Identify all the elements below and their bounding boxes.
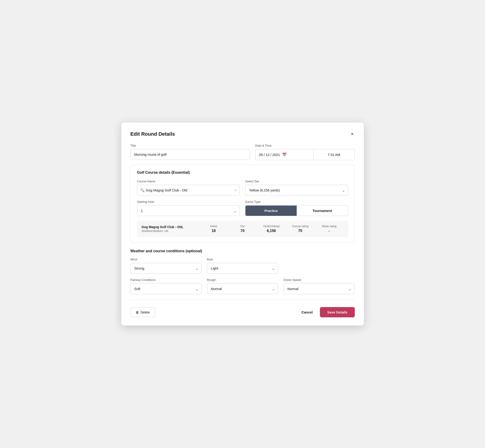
holes-value: 18: [211, 229, 216, 233]
cancel-button[interactable]: Cancel: [300, 308, 315, 317]
fairway-rough-green-row: Fairway Conditions SoftNormalFirmHard ⌄ …: [130, 278, 355, 294]
time-part[interactable]: 7:31 AM: [314, 149, 355, 160]
select-tee-wrap: Yellow (6,156 yards) White (6,500 yards)…: [245, 185, 348, 196]
green-speed-dropdown[interactable]: SlowNormalFastVery Fast: [283, 283, 355, 294]
tournament-button[interactable]: Tournament: [297, 206, 348, 216]
rough-group: Rough SoftNormalFirmHard ⌄: [207, 278, 278, 294]
rain-dropdown[interactable]: NoneLightModerateHeavy: [207, 263, 278, 274]
par-stat: Par 70: [228, 225, 257, 233]
starting-hole-dropdown[interactable]: 12345 678910: [137, 205, 240, 216]
starting-hole-wrap: 12345 678910 ⌄: [137, 205, 240, 216]
fairway-dropdown[interactable]: SoftNormalFirmHard: [130, 283, 202, 294]
select-tee-label: Select Tee: [245, 180, 348, 183]
course-name-label: Course Name: [137, 180, 240, 183]
course-rating-stat: Course rating 70: [286, 225, 315, 233]
par-label: Par: [241, 225, 245, 228]
edit-round-modal: Edit Round Details × Title Date & Time 0…: [121, 122, 364, 326]
course-rating-label: Course rating: [292, 225, 308, 228]
slope-rating-label: Slope rating: [322, 225, 336, 228]
wind-rain-row: Wind NoneLightModerateStrong ⌄ Rain None…: [130, 258, 355, 274]
course-info-name: Gog Magog Golf Club - Old, Shelford Bott…: [142, 225, 199, 233]
golf-section-title: Golf Course details (Essential): [137, 170, 348, 175]
rough-wrap: SoftNormalFirmHard ⌄: [207, 283, 278, 294]
wind-group: Wind NoneLightModerateStrong ⌄: [130, 258, 202, 274]
select-tee-group: Select Tee Yellow (6,156 yards) White (6…: [245, 180, 348, 196]
footer-divider: [130, 300, 355, 300]
green-speed-wrap: SlowNormalFastVery Fast ⌄: [283, 283, 355, 294]
time-value: 7:31 AM: [328, 153, 340, 157]
rough-label: Rough: [207, 278, 278, 282]
delete-button[interactable]: 🗑 Delete: [130, 308, 155, 317]
select-tee-dropdown[interactable]: Yellow (6,156 yards) White (6,500 yards)…: [245, 185, 348, 196]
game-type-label: Game Type: [245, 200, 348, 203]
course-rating-value: 70: [298, 229, 302, 233]
close-button[interactable]: ×: [350, 131, 355, 137]
trash-icon: 🗑: [136, 311, 139, 314]
wind-wrap: NoneLightModerateStrong ⌄: [130, 263, 202, 274]
rough-dropdown[interactable]: SoftNormalFirmHard: [207, 283, 278, 294]
weather-section: Weather and course conditions (optional)…: [130, 249, 355, 294]
holes-label: Holes: [210, 225, 217, 228]
fairway-group: Fairway Conditions SoftNormalFirmHard ⌄: [130, 278, 202, 294]
wind-label: Wind: [130, 258, 202, 261]
footer-row: 🗑 Delete Cancel Save Details: [130, 307, 355, 317]
title-input[interactable]: [130, 149, 250, 160]
title-group: Title: [130, 144, 250, 160]
date-part[interactable]: 05 / 12 / 2021 📅: [256, 149, 314, 160]
title-label: Title: [130, 144, 250, 147]
practice-button[interactable]: Practice: [245, 206, 297, 216]
rain-group: Rain NoneLightModerateHeavy ⌄: [207, 258, 278, 274]
yards-value: 6,156: [267, 229, 276, 233]
yards-stat: Yards(Yellow) 6,156: [257, 225, 286, 233]
green-speed-group: Green Speed SlowNormalFastVery Fast ⌄: [283, 278, 355, 294]
wind-dropdown[interactable]: NoneLightModerateStrong: [130, 263, 202, 274]
weather-section-title: Weather and course conditions (optional): [130, 249, 355, 253]
search-icon: 🔍: [140, 188, 145, 192]
fairway-wrap: SoftNormalFirmHard ⌄: [130, 283, 202, 294]
modal-header: Edit Round Details ×: [130, 131, 355, 137]
course-name-group: Course Name 🔍 ×: [137, 180, 240, 196]
fairway-label: Fairway Conditions: [130, 278, 202, 282]
hole-gametype-row: Starting Hole 12345 678910 ⌄ Game Type P…: [137, 200, 348, 216]
green-speed-label: Green Speed: [283, 278, 355, 282]
starting-hole-group: Starting Hole 12345 678910 ⌄: [137, 200, 240, 216]
save-button[interactable]: Save Details: [320, 307, 355, 317]
footer-right: Cancel Save Details: [300, 307, 355, 317]
course-name-bold: Gog Magog Golf Club - Old,: [142, 225, 199, 229]
rain-wrap: NoneLightModerateHeavy ⌄: [207, 263, 278, 274]
title-datetime-row: Title Date & Time 05 / 12 / 2021 📅 7:31 …: [130, 144, 355, 160]
modal-title: Edit Round Details: [130, 131, 175, 137]
datetime-label: Date & Time: [255, 144, 355, 147]
game-type-toggle: Practice Tournament: [245, 205, 348, 216]
calendar-icon: 📅: [282, 152, 287, 157]
course-name-input[interactable]: [137, 185, 240, 196]
clear-icon[interactable]: ×: [234, 188, 237, 192]
slope-rating-value: -: [328, 229, 330, 233]
slope-rating-stat: Slope rating -: [315, 225, 344, 233]
golf-course-section: Golf Course details (Essential) Course N…: [130, 165, 355, 243]
delete-label: Delete: [141, 311, 150, 314]
holes-stat: Holes 18: [199, 225, 228, 233]
date-value: 05 / 12 / 2021: [259, 153, 280, 157]
starting-hole-label: Starting Hole: [137, 200, 240, 203]
datetime-group: Date & Time 05 / 12 / 2021 📅 7:31 AM: [255, 144, 355, 160]
game-type-group: Game Type Practice Tournament: [245, 200, 348, 216]
course-location: Shelford Bottom, UK: [142, 229, 199, 233]
spacer: [283, 258, 355, 274]
par-value: 70: [241, 229, 244, 233]
rain-label: Rain: [207, 258, 278, 261]
course-tee-row: Course Name 🔍 × Select Tee Yellow (6,156…: [137, 180, 348, 196]
date-time-field: 05 / 12 / 2021 📅 7:31 AM: [255, 149, 355, 160]
yards-label: Yards(Yellow): [263, 225, 280, 228]
course-info-box: Gog Magog Golf Club - Old, Shelford Bott…: [137, 221, 348, 237]
course-name-search: 🔍 ×: [137, 185, 240, 196]
